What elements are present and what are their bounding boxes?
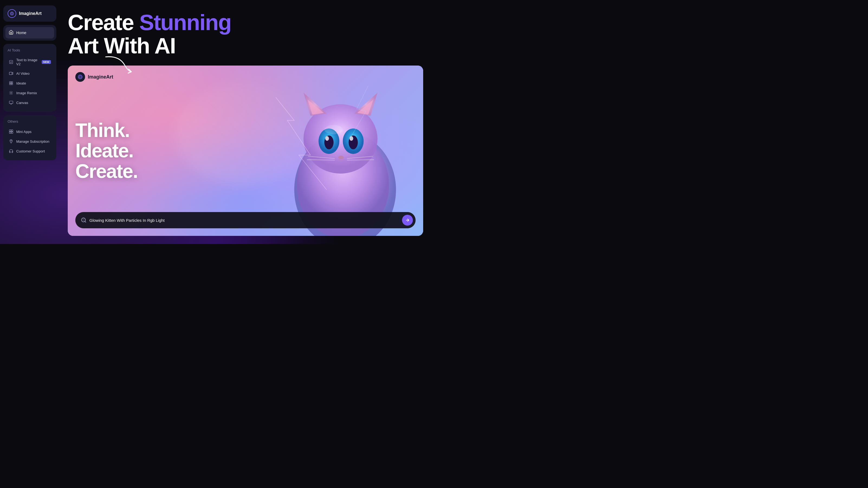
search-bar-container: Glowing Kitten With Particles In Rgb Lig… [75,212,415,228]
manage-subscription-label: Manage Subscription [16,139,51,143]
nav-item-customer-support[interactable]: Customer Support [6,146,53,156]
manage-subscription-icon [9,139,13,144]
svg-rect-12 [9,132,11,133]
svg-point-28 [338,156,343,159]
nav-item-text-to-image[interactable]: Text to Image V2 NEW [6,56,53,68]
hero-title-part1: Create [68,10,139,35]
svg-point-0 [10,12,13,15]
others-section: Others Mini Apps Manage Subscri [3,115,56,160]
ideate-label: Ideate [16,81,51,85]
ai-video-icon [9,71,13,76]
search-icon [81,217,87,223]
logo-icon [8,9,16,18]
text-to-image-icon [9,60,13,64]
svg-rect-6 [9,84,11,85]
svg-point-26 [325,136,329,140]
sidebar: ImagineArt Home AI Tools Text to Im [0,0,60,244]
svg-rect-5 [11,82,13,83]
new-badge: NEW [42,60,51,64]
mini-apps-label: Mini Apps [16,130,51,134]
ai-tools-section: AI Tools Text to Image V2 NEW AI Video [3,44,56,112]
svg-rect-7 [11,84,13,85]
tagline-line2: Ideate. [75,140,137,161]
hero-card: ImagineArt Think. Ideate. Create. Glowin… [68,66,423,236]
nav-item-mini-apps[interactable]: Mini Apps [6,127,53,136]
home-icon [9,30,13,36]
search-submit-button[interactable] [402,215,413,226]
customer-support-icon [9,149,13,154]
kitten-illustration [215,74,423,236]
hero-title-highlight: Stunning [139,10,231,35]
svg-point-35 [79,76,81,78]
svg-rect-9 [9,101,13,103]
svg-rect-4 [9,82,11,83]
arrow-decoration [103,54,135,77]
hero-card-logo-icon [75,72,85,82]
nav-item-manage-subscription[interactable]: Manage Subscription [6,136,53,146]
logo-text: ImagineArt [19,11,42,16]
svg-point-33 [324,125,343,134]
tagline-line3: Create. [75,161,137,182]
ai-tools-title: AI Tools [6,48,53,52]
ai-video-label: AI Video [16,71,51,75]
text-to-image-label: Text to Image V2 [16,58,39,66]
svg-point-1 [11,13,13,14]
svg-point-36 [82,218,86,222]
hero-card-tagline: Think. Ideate. Create. [75,120,137,182]
tagline-line1: Think. [75,120,137,140]
svg-rect-11 [11,130,13,131]
home-button[interactable]: Home [5,27,54,38]
nav-item-canvas[interactable]: Canvas [6,98,53,107]
svg-point-8 [10,92,12,93]
image-remix-label: Image Remix [16,91,51,95]
svg-rect-13 [11,132,13,133]
image-remix-icon [9,91,13,95]
nav-item-ideate[interactable]: Ideate [6,78,53,88]
customer-support-label: Customer Support [16,149,51,153]
main-content: Create Stunning Art With AI [60,0,434,244]
hero-title: Create Stunning Art With AI [68,11,423,57]
others-title: Others [6,120,53,124]
svg-rect-2 [9,60,13,64]
nav-item-image-remix[interactable]: Image Remix [6,88,53,98]
svg-rect-10 [9,130,11,131]
search-value: Glowing Kitten With Particles In Rgb Lig… [89,218,399,223]
ideate-icon [9,81,13,86]
mini-apps-icon [9,129,13,134]
svg-point-14 [11,140,12,141]
svg-rect-3 [9,72,12,74]
search-bar: Glowing Kitten With Particles In Rgb Lig… [75,212,415,228]
sidebar-logo-section: ImagineArt [3,5,56,22]
home-label: Home [16,31,26,35]
canvas-label: Canvas [16,101,51,105]
nav-item-ai-video[interactable]: AI Video [6,68,53,78]
canvas-icon [9,100,13,105]
svg-point-34 [78,75,82,79]
sidebar-home-section: Home [3,25,56,41]
